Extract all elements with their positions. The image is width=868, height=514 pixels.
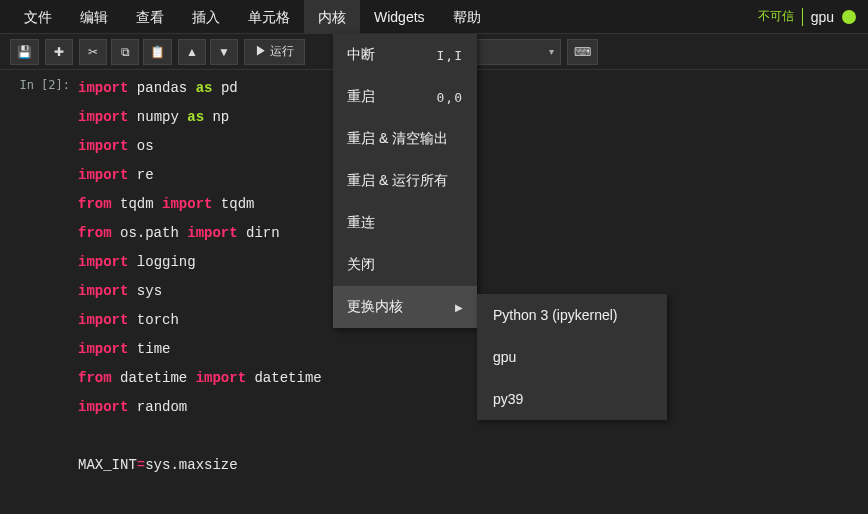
kernel-menu-item[interactable]: 重启0,0 (333, 76, 477, 118)
cut-button[interactable]: ✂ (79, 39, 107, 65)
menu-item-label: 关闭 (347, 256, 375, 274)
kernel-option[interactable]: py39 (477, 378, 667, 420)
save-button[interactable]: 💾 (10, 39, 39, 65)
command-palette-button[interactable]: ⌨ (567, 39, 598, 65)
menu-item-label: 重启 (347, 88, 375, 106)
kernel-menu-item[interactable]: 重启 & 清空输出 (333, 118, 477, 160)
menu-item-单元格[interactable]: 单元格 (234, 0, 304, 34)
kernel-option[interactable]: Python 3 (ipykernel) (477, 294, 667, 336)
code-line: MAX_INT=sys.maxsize (78, 451, 868, 480)
kernel-menu-item[interactable]: 更换内核▶ (333, 286, 477, 328)
menubar-right: 不可信 gpu (758, 8, 868, 26)
menu-item-label: 重启 & 运行所有 (347, 172, 448, 190)
menu-item-帮助[interactable]: 帮助 (439, 0, 495, 34)
divider (802, 8, 803, 26)
menu-item-文件[interactable]: 文件 (10, 0, 66, 34)
kernel-menu-dropdown: 中断I,I重启0,0重启 & 清空输出重启 & 运行所有重连关闭更换内核▶ (333, 34, 477, 328)
menu-item-shortcut: 0,0 (437, 90, 463, 105)
chevron-right-icon: ▶ (455, 302, 463, 313)
move-up-button[interactable]: ▲ (178, 39, 206, 65)
kernel-menu-item[interactable]: 关闭 (333, 244, 477, 286)
copy-button[interactable]: ⧉ (111, 39, 139, 65)
menu-item-shortcut: I,I (437, 48, 463, 63)
menu-item-编辑[interactable]: 编辑 (66, 0, 122, 34)
trust-indicator[interactable]: 不可信 (758, 8, 794, 25)
move-group: ▲ ▼ (178, 39, 238, 65)
menu-item-label: 重启 & 清空输出 (347, 130, 448, 148)
menu-item-内核[interactable]: 内核 (304, 0, 360, 34)
menu-item-插入[interactable]: 插入 (178, 0, 234, 34)
menu-item-label: 重连 (347, 214, 375, 232)
kernel-status-icon[interactable] (842, 10, 856, 24)
menu-item-label: 更换内核 (347, 298, 403, 316)
chevron-down-icon: ▾ (549, 46, 554, 57)
menu-item-label: 中断 (347, 46, 375, 64)
menu-item-查看[interactable]: 查看 (122, 0, 178, 34)
kernel-menu-item[interactable]: 中断I,I (333, 34, 477, 76)
input-prompt: In [2]: (0, 72, 78, 480)
code-line: from datetime import datetime (78, 364, 868, 393)
add-cell-button[interactable]: ✚ (45, 39, 73, 65)
clipboard-group: ✂ ⧉ 📋 (79, 39, 172, 65)
run-button[interactable]: ▶ 运行 (244, 39, 305, 65)
menubar: 文件编辑查看插入单元格内核Widgets帮助 不可信 gpu (0, 0, 868, 34)
code-line: import time (78, 335, 868, 364)
move-down-button[interactable]: ▼ (210, 39, 238, 65)
code-line (78, 422, 868, 451)
change-kernel-submenu: Python 3 (ipykernel)gpupy39 (477, 294, 667, 420)
kernel-option[interactable]: gpu (477, 336, 667, 378)
kernel-menu-item[interactable]: 重连 (333, 202, 477, 244)
kernel-menu-item[interactable]: 重启 & 运行所有 (333, 160, 477, 202)
paste-button[interactable]: 📋 (143, 39, 172, 65)
menu-item-Widgets[interactable]: Widgets (360, 0, 439, 34)
code-line: import random (78, 393, 868, 422)
kernel-name[interactable]: gpu (811, 9, 834, 25)
